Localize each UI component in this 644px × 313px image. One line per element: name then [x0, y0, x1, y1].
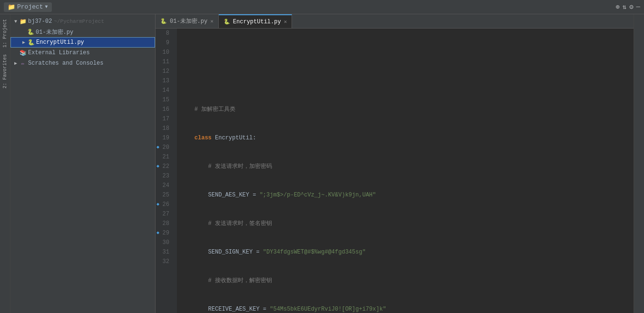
code-editor[interactable]: 8 9 10 11 12 13 14 15 16 17 18 19 20◆ 21…	[156, 29, 634, 313]
ln-8: 8	[156, 29, 173, 38]
ln-28: 28	[156, 219, 173, 228]
ln-20: 20◆	[156, 143, 173, 152]
sidebar-content: ▼ 📁 bj37-02 ~/PycharmProject 🐍 01-未加密.py…	[10, 14, 155, 313]
tree-item-file1[interactable]: 🐍 01-未加密.py	[10, 27, 155, 37]
add-icon[interactable]: ⊕	[615, 3, 619, 11]
ln-18: 18	[156, 124, 173, 133]
right-tab-panel	[634, 14, 644, 313]
code-line-16: # 接收数据时，解密密钥	[181, 276, 634, 285]
tab-close1[interactable]: ✕	[210, 18, 214, 24]
code-line-15: SEND_SIGN_KEY = "DY34fdgsWET@#$%wg#@4fgd…	[181, 247, 634, 257]
ln-21: 21	[156, 152, 173, 162]
project-folder-icon: 📁	[8, 3, 15, 11]
tab-label2: EncryptUtil.py	[233, 19, 281, 25]
ln-22: 22◆	[156, 162, 173, 171]
left-tab-favorites[interactable]: 2: Favorites	[1, 51, 9, 91]
arrow-icon: ▼	[12, 19, 19, 24]
tab-close2[interactable]: ✕	[284, 19, 287, 25]
tab-icon1: 🐍	[160, 18, 167, 24]
ln-32: 32	[156, 257, 173, 266]
title-icons: ⊕ ⇅ ⚙ —	[615, 3, 640, 11]
ln-12: 12	[156, 67, 173, 76]
code-line-17: RECEIVE_AES_KEY = "54Ms5bkE6UEdyrRviJ0![…	[181, 304, 634, 313]
ln-13: 13	[156, 76, 173, 86]
code-line-13: SEND_AES_KEY = ";3jm$>/p-ED^cVz_j~.KV&V)…	[181, 190, 634, 200]
scratch-icon: ✏	[19, 60, 27, 67]
project-dropdown[interactable]: 📁 Project ▼	[4, 2, 52, 12]
py-file-icon: 🐍	[27, 29, 34, 36]
ln-25: 25	[156, 190, 173, 200]
ln-17: 17	[156, 114, 173, 124]
main-layout: 1: Project 2: Favorites ▼ 📁 bj37-02 ~/Py…	[0, 14, 644, 313]
folder-icon: 📁	[19, 18, 27, 25]
expand-arrow: ▶	[20, 39, 27, 45]
code-line-10: # 加解密工具类	[181, 105, 634, 114]
tab-icon2: 🐍	[224, 19, 230, 25]
ln-9: 9	[156, 38, 173, 48]
tree-label-ext: External Libraries	[28, 49, 90, 56]
ln-27: 27	[156, 209, 173, 219]
split-icon[interactable]: ⇅	[623, 3, 626, 11]
ln-23: 23	[156, 171, 173, 181]
tree-item-file2[interactable]: ▶ 🐍 EncryptUtil.py	[10, 37, 155, 48]
tree-label-root: bj37-02	[28, 18, 52, 25]
chevron-down-icon: ▼	[45, 4, 48, 10]
ln-26: 26◆	[156, 200, 173, 209]
tab-file1[interactable]: 🐍 01-未加密.py ✕	[156, 14, 219, 28]
left-tab-panel: 1: Project 2: Favorites	[0, 14, 10, 313]
ln-31: 31	[156, 247, 173, 257]
editor-tab-bar: 🐍 01-未加密.py ✕ 🐍 EncryptUtil.py ✕	[156, 14, 634, 29]
sidebar: ▼ 📁 bj37-02 ~/PycharmProject 🐍 01-未加密.py…	[10, 14, 156, 313]
ln-11: 11	[156, 57, 173, 67]
tab-file2[interactable]: 🐍 EncryptUtil.py ✕	[219, 14, 292, 28]
expand-arrow2: ▶	[12, 60, 19, 66]
minimize-icon[interactable]: —	[636, 3, 640, 11]
encrypt-util-icon: 🐍	[27, 39, 35, 46]
line-numbers: 8 9 10 11 12 13 14 15 16 17 18 19 20◆ 21…	[156, 29, 177, 313]
left-tab-project[interactable]: 1: Project	[1, 16, 9, 50]
ln-15: 15	[156, 95, 173, 105]
ln-29: 29◆	[156, 228, 173, 238]
code-line-8	[181, 48, 634, 57]
editor-area: 🐍 01-未加密.py ✕ 🐍 EncryptUtil.py ✕ 8 9 10 …	[156, 14, 634, 313]
code-line-9	[181, 76, 634, 86]
tree-label-file1: 01-未加密.py	[36, 28, 73, 36]
code-line-12: # 发送请求时，加密密码	[181, 162, 634, 171]
lib-icon: 📚	[19, 49, 27, 57]
ln-19: 19	[156, 133, 173, 143]
ln-30: 30	[156, 238, 173, 247]
tree-item-scratch[interactable]: ▶ ✏ Scratches and Consoles	[10, 58, 155, 68]
code-line-14: # 发送请求时，签名密钥	[181, 219, 634, 228]
tree-label-file2: EncryptUtil.py	[36, 39, 84, 46]
project-label: Project	[17, 3, 43, 10]
tree-item-ext[interactable]: 📚 External Libraries	[10, 48, 155, 58]
tree-label-path: ~/PycharmProject	[54, 19, 104, 24]
code-line-11: class EncryptUtil:	[181, 133, 634, 143]
tab-label1: 01-未加密.py	[170, 17, 207, 25]
code-content[interactable]: # 加解密工具类 class EncryptUtil: # 发送请求时，加密密码…	[177, 29, 634, 313]
ln-16: 16	[156, 105, 173, 114]
ln-24: 24	[156, 181, 173, 190]
tree-item-root[interactable]: ▼ 📁 bj37-02 ~/PycharmProject	[10, 16, 155, 27]
tree-label-scratch: Scratches and Consoles	[28, 60, 103, 67]
title-bar: 📁 Project ▼ ⊕ ⇅ ⚙ —	[0, 0, 644, 14]
ln-10: 10	[156, 48, 173, 57]
gear-icon[interactable]: ⚙	[629, 3, 633, 11]
ln-14: 14	[156, 86, 173, 95]
